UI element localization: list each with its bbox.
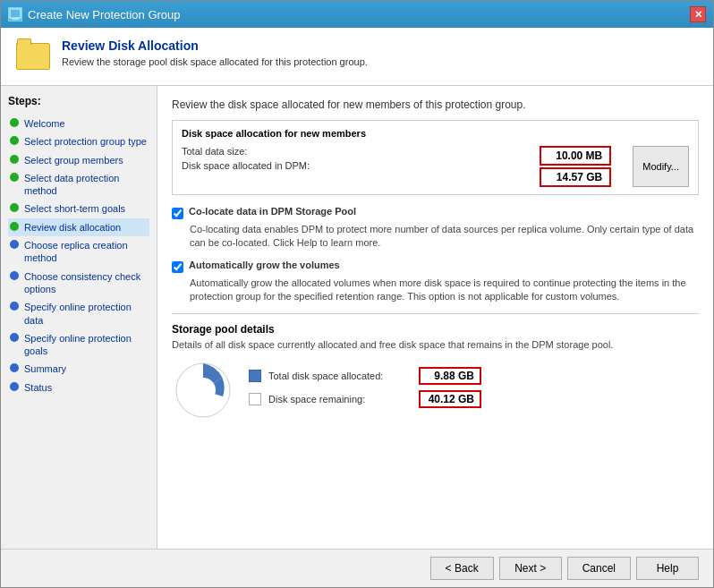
remaining-row: Disk space remaining: 40.12 GB (249, 390, 699, 408)
disk-alloc-title: Disk space allocation for new members (182, 128, 689, 139)
disk-space-row: Disk space allocated in DPM: (182, 160, 532, 171)
sidebar-item-online-protection-goals[interactable]: Specify online protection goals (8, 329, 149, 361)
main-window: Create New Protection Group ✕ Review Dis… (0, 0, 714, 588)
auto-grow-desc: Automatically grow the allocated volumes… (190, 277, 699, 304)
modify-button[interactable]: Modify... (633, 146, 689, 187)
sidebar-item-data-protection-method[interactable]: Select data protection method (8, 169, 149, 200)
allocated-row: Total disk space allocated: 9.88 GB (249, 367, 699, 385)
title-bar: Create New Protection Group ✕ (1, 1, 713, 28)
dot-short-term-goals (10, 203, 19, 212)
storage-pool-desc: Details of all disk space currently allo… (172, 339, 699, 350)
title-bar-left: Create New Protection Group (8, 7, 181, 21)
auto-grow-row: Automatically grow the volumes (172, 260, 699, 273)
sidebar-item-choose-replica[interactable]: Choose replica creation method (8, 236, 149, 268)
header-section: Review Disk Allocation Review the storag… (1, 28, 713, 86)
header-title: Review Disk Allocation (62, 38, 368, 53)
dot-online-protection-data (10, 302, 19, 311)
allocated-label: Total disk space allocated: (268, 371, 412, 381)
storage-pool-details: Total disk space allocated: 9.88 GB Disk… (249, 367, 699, 413)
back-button[interactable]: < Back (430, 557, 494, 580)
dot-group-members (10, 155, 19, 164)
dot-summary (10, 363, 19, 372)
co-locate-label: Co-locate data in DPM Storage Pool (189, 206, 356, 217)
header-text: Review Disk Allocation Review the storag… (62, 38, 368, 67)
dot-online-protection-goals (10, 333, 19, 342)
co-locate-row: Co-locate data in DPM Storage Pool (172, 206, 699, 219)
dot-welcome (10, 118, 19, 127)
svg-point-3 (191, 378, 216, 403)
auto-grow-section: Automatically grow the volumes Automatic… (172, 260, 699, 304)
remaining-label: Disk space remaining: (268, 394, 412, 405)
total-data-value: 10.00 MB (540, 146, 611, 166)
sidebar-item-welcome[interactable]: Welcome (8, 115, 149, 132)
help-button[interactable]: Help (636, 557, 699, 580)
dot-protection-group-type (10, 136, 19, 145)
storage-pool-content: Total disk space allocated: 9.88 GB Disk… (172, 359, 699, 422)
remaining-value: 40.12 GB (419, 390, 481, 408)
disk-space-label: Disk space allocated in DPM: (182, 160, 361, 171)
svg-rect-1 (12, 18, 19, 20)
close-button[interactable]: ✕ (690, 6, 706, 22)
allocated-value: 9.88 GB (419, 367, 481, 385)
cancel-button[interactable]: Cancel (567, 557, 631, 580)
main-content: Steps: Welcome Select protection group t… (1, 86, 713, 549)
total-data-label: Total data size: (182, 146, 361, 157)
svg-rect-0 (10, 9, 21, 18)
sidebar-item-protection-group-type[interactable]: Select protection group type (8, 132, 149, 150)
header-description: Review the storage pool disk space alloc… (62, 56, 368, 67)
dot-data-protection-method (10, 173, 19, 182)
disk-space-value: 14.57 GB (540, 167, 611, 187)
storage-pool-title: Storage pool details (172, 323, 699, 336)
dot-status (10, 382, 19, 391)
window-body: Review Disk Allocation Review the storag… (1, 28, 713, 587)
sidebar-item-group-members[interactable]: Select group members (8, 151, 149, 169)
folder-icon (16, 43, 50, 70)
sidebar-item-online-protection-data[interactable]: Specify online protection data (8, 298, 149, 329)
alloc-values-group: 10.00 MB 14.57 GB (540, 146, 611, 187)
remaining-color-box (249, 393, 261, 405)
steps-label: Steps: (8, 95, 149, 107)
window-title: Create New Protection Group (28, 8, 181, 21)
header-icon (15, 38, 51, 74)
app-icon (8, 7, 22, 21)
sidebar-item-status[interactable]: Status (8, 379, 149, 396)
co-locate-section: Co-locate data in DPM Storage Pool Co-lo… (172, 206, 699, 251)
sidebar: Steps: Welcome Select protection group t… (1, 86, 157, 549)
storage-pool-section: Storage pool details Details of all disk… (172, 313, 699, 422)
dot-consistency-check (10, 271, 19, 280)
intro-text: Review the disk space allocated for new … (172, 98, 699, 111)
sidebar-item-review-disk-allocation[interactable]: Review disk allocation (8, 218, 149, 236)
dot-review-disk-allocation (10, 222, 19, 231)
co-locate-desc: Co-locating data enables DPM to protect … (190, 223, 699, 251)
co-locate-checkbox[interactable] (172, 208, 183, 219)
allocated-color-box (249, 370, 261, 382)
sidebar-item-summary[interactable]: Summary (8, 360, 149, 378)
footer: < Back Next > Cancel Help (1, 549, 713, 587)
total-data-row: Total data size: (182, 146, 532, 157)
sidebar-item-short-term-goals[interactable]: Select short-term goals (8, 200, 149, 217)
disk-alloc-box: Disk space allocation for new members To… (172, 120, 699, 195)
content-panel: Review the disk space allocated for new … (157, 86, 713, 549)
auto-grow-label: Automatically grow the volumes (189, 260, 340, 270)
next-button[interactable]: Next > (499, 557, 562, 580)
auto-grow-checkbox[interactable] (172, 261, 183, 273)
sidebar-item-consistency-check[interactable]: Choose consistency check options (8, 268, 149, 299)
dot-choose-replica (10, 240, 19, 249)
pie-chart (172, 359, 234, 422)
